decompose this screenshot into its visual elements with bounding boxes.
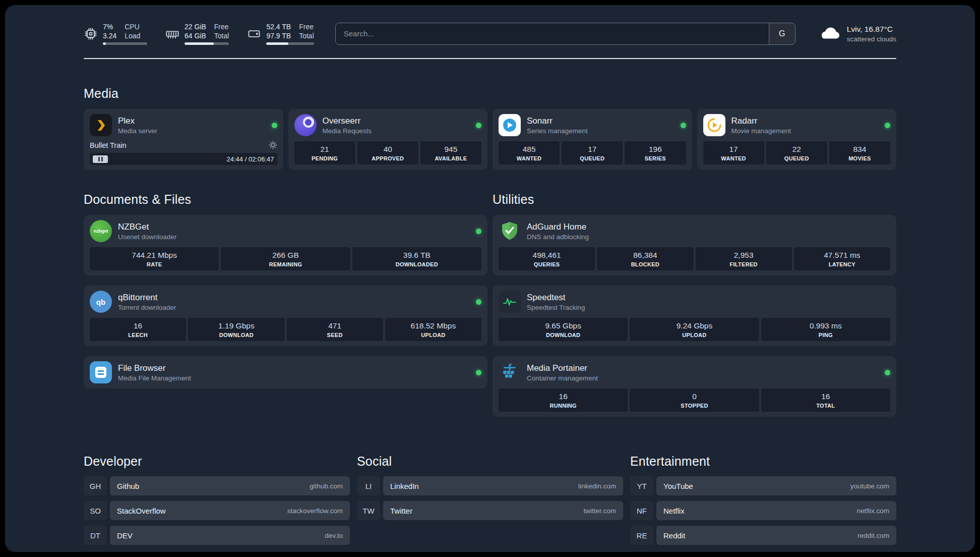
playback-time: 24:44 / 02:06:47 xyxy=(227,155,274,163)
bookmark-abbr: YT xyxy=(630,476,653,495)
bookmark-reddit[interactable]: RE Reddit reddit.com xyxy=(630,526,896,545)
top-bar: 7% 3.24 CPU Load xyxy=(84,5,896,45)
stat-tile: 17 WANTED xyxy=(703,141,764,164)
disk-free-value: 52.4 TB xyxy=(266,22,291,31)
stat-label: TOTAL xyxy=(763,403,888,409)
stat-tile: 40 APPROVED xyxy=(357,141,418,164)
bookmark-name: Twitter xyxy=(390,507,412,515)
screen: 7% 3.24 CPU Load xyxy=(0,0,980,557)
service-link-adguard[interactable]: AdGuard Home DNS and adblocking xyxy=(499,220,890,242)
pause-icon[interactable] xyxy=(93,155,108,163)
bookmark-abbr: RE xyxy=(630,526,653,545)
bookmark-github[interactable]: GH Github github.com xyxy=(84,476,350,495)
stat-label: RUNNING xyxy=(501,403,626,409)
disk-free-label: Free xyxy=(299,22,314,31)
service-card-sonarr: Sonarr Series management 485 WANTED 17 Q… xyxy=(493,109,692,170)
bookmark-group-title: Social xyxy=(357,454,623,469)
bookmark-url: netflix.com xyxy=(856,507,889,515)
bookmark-url: stackoverflow.com xyxy=(287,507,343,515)
service-desc: Media server xyxy=(118,127,157,135)
cpu-label: CPU xyxy=(125,22,140,31)
service-desc: Speedtest Tracking xyxy=(527,304,585,311)
stat-tile: 485 WANTED xyxy=(499,141,560,164)
search-input[interactable] xyxy=(336,23,769,44)
bookmark-linkedin[interactable]: LI LinkedIn linkedin.com xyxy=(357,476,623,495)
bookmark-abbr: NF xyxy=(630,501,653,520)
stat-tile: 618.52 Mbps UPLOAD xyxy=(385,318,481,341)
stat-tile: 834 MOVIES xyxy=(829,141,890,164)
memory-total-label: Total xyxy=(214,31,229,40)
cpu-load-value: 3.24 xyxy=(103,31,116,40)
stat-value: 86,384 xyxy=(599,251,691,260)
stat-value: 744.21 Mbps xyxy=(92,251,217,260)
disk-widget: 52.4 TB 97.9 TB Free Total xyxy=(247,22,314,45)
stat-label: DOWNLOAD xyxy=(501,332,626,338)
bookmark-group-title: Developer xyxy=(84,454,350,469)
service-link-overseerr[interactable]: Overseerr Media Requests xyxy=(294,114,482,136)
stat-label: WANTED xyxy=(501,155,558,161)
stat-label: MOVIES xyxy=(831,155,888,161)
service-link-speedtest[interactable]: Speedtest Speedtest Tracking xyxy=(499,291,890,313)
stat-label: QUERIES xyxy=(501,261,593,267)
cpu-widget: 7% 3.24 CPU Load xyxy=(84,22,147,45)
stat-value: 471 xyxy=(289,321,381,330)
service-name: Media Portainer xyxy=(527,363,598,373)
stat-tile: 47.571 ms LATENCY xyxy=(794,247,890,270)
service-link-radarr[interactable]: Radarr Movie management xyxy=(703,114,891,136)
service-card-radarr: Radarr Movie management 17 WANTED 22 QUE… xyxy=(697,109,897,170)
bookmark-url: reddit.com xyxy=(858,532,889,539)
section-utilities: Utilities AdGuard Home xyxy=(493,192,896,417)
now-playing-title: Bullet Train xyxy=(90,141,127,149)
service-card-nzbget: nzbget NZBGet Usenet downloader 744.21 M… xyxy=(84,215,487,275)
bookmark-abbr: GH xyxy=(84,476,107,495)
stat-tile: 744.21 Mbps RATE xyxy=(90,247,219,270)
service-link-qbittorrent[interactable]: qb qBittorrent Torrent downloader xyxy=(90,291,481,313)
stat-label: FILTERED xyxy=(698,261,790,267)
service-desc: Usenet downloader xyxy=(118,233,176,241)
stat-value: 39.6 TB xyxy=(354,251,479,260)
status-dot xyxy=(476,299,481,305)
stat-label: QUEUED xyxy=(768,155,825,161)
search-provider-button[interactable]: G xyxy=(769,23,795,44)
nzbget-icon: nzbget xyxy=(90,220,112,242)
search-bar: G xyxy=(335,23,795,45)
stat-value: 17 xyxy=(705,145,762,154)
bookmark-abbr: DT xyxy=(84,526,107,545)
gear-icon[interactable] xyxy=(269,141,277,149)
service-link-filebrowser[interactable]: File Browser Media File Management xyxy=(90,361,481,383)
stat-value: 16 xyxy=(92,321,184,330)
service-desc: Series management xyxy=(527,127,588,135)
service-desc: DNS and adblocking xyxy=(527,233,589,241)
service-link-nzbget[interactable]: nzbget NZBGet Usenet downloader xyxy=(90,220,481,242)
memory-total-value: 64 GiB xyxy=(185,31,206,40)
bookmark-twitter[interactable]: TW Twitter twitter.com xyxy=(357,501,623,520)
bookmark-stackoverflow[interactable]: SO StackOverflow stackoverflow.com xyxy=(84,501,350,520)
service-link-sonarr[interactable]: Sonarr Series management xyxy=(499,114,686,136)
stat-tile: 498,461 QUERIES xyxy=(499,247,595,270)
service-card-overseerr: Overseerr Media Requests 21 PENDING 40 A… xyxy=(288,109,488,170)
status-dot xyxy=(885,123,890,128)
stat-label: QUEUED xyxy=(564,155,621,161)
memory-icon xyxy=(165,27,179,41)
stat-value: 2,953 xyxy=(698,251,790,260)
stat-label: AVAILABLE xyxy=(422,155,479,161)
bookmark-youtube[interactable]: YT YouTube youtube.com xyxy=(630,476,896,495)
service-link-plex[interactable]: Plex Media server xyxy=(90,114,277,136)
status-dot xyxy=(476,123,481,128)
service-card-plex: Plex Media server Bullet Train xyxy=(84,109,283,170)
stat-tile: 16 RUNNING xyxy=(499,388,628,412)
stat-tile: 0 STOPPED xyxy=(630,388,759,412)
stat-label: SEED xyxy=(289,332,381,338)
bookmark-dev[interactable]: DT DEV dev.to xyxy=(84,526,350,545)
bookmark-netflix[interactable]: NF Netflix netflix.com xyxy=(630,501,896,520)
stat-value: 47.571 ms xyxy=(796,251,888,260)
stat-label: DOWNLOAD xyxy=(190,332,282,338)
weather-widget[interactable]: Lviv, 16.87°C scattered clouds xyxy=(819,25,896,43)
stat-label: PING xyxy=(763,332,888,338)
disk-icon xyxy=(247,27,261,41)
stat-tile: 0.993 ms PING xyxy=(761,318,890,341)
service-link-portainer[interactable]: Media Portainer Container management xyxy=(499,361,890,383)
weather-condition: scattered clouds xyxy=(847,35,896,43)
bookmark-name: Netflix xyxy=(663,507,685,515)
bookmark-name: Reddit xyxy=(663,531,685,540)
